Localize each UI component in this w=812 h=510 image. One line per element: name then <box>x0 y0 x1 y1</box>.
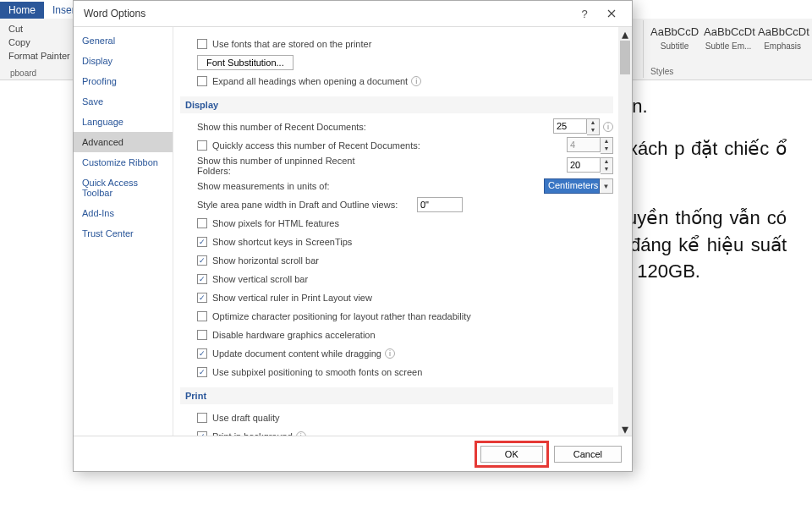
units-label: Show measurements in units of: <box>197 181 383 191</box>
recent-docs-spinner[interactable] <box>553 118 587 134</box>
scroll-down-icon[interactable]: ▾ <box>618 422 632 436</box>
draft-quality-check[interactable]: Use draft quality <box>197 413 279 423</box>
style-pane-input[interactable] <box>417 197 463 212</box>
update-drag-check[interactable]: Update document content while dragging <box>197 348 381 359</box>
options-nav: General Display Proofing Save Language A… <box>74 27 173 436</box>
nav-save[interactable]: Save <box>74 91 173 112</box>
disable-hw-check[interactable]: Disable hardware graphics acceleration <box>197 330 376 340</box>
info-icon[interactable]: i <box>296 431 306 436</box>
pixels-html-check[interactable]: Show pixels for HTML features <box>197 218 339 228</box>
styles-label: Styles <box>650 67 673 76</box>
close-button[interactable] <box>598 3 625 24</box>
display-section-head: Display <box>180 96 613 113</box>
dialog-footer: OK Cancel <box>74 436 632 471</box>
recent-folders-spinner[interactable] <box>567 157 601 173</box>
v-scroll-check[interactable]: Show vertical scroll bar <box>197 274 308 284</box>
font-substitution-button[interactable]: Font Substitution... <box>197 55 294 70</box>
nav-general[interactable]: General <box>74 30 173 51</box>
tab-home[interactable]: Home <box>0 2 44 19</box>
info-icon[interactable]: i <box>385 348 395 359</box>
nav-language[interactable]: Language <box>74 112 173 132</box>
subpixel-check[interactable]: Use subpixel positioning to smooth fonts… <box>197 367 422 377</box>
nav-customize-ribbon[interactable]: Customize Ribbon <box>74 152 173 173</box>
chevron-down-icon[interactable]: ▼ <box>600 178 613 194</box>
dialog-titlebar: Word Options ? <box>74 1 632 26</box>
shortcut-keys-check[interactable]: Show shortcut keys in ScreenTips <box>197 237 352 247</box>
word-options-dialog: Word Options ? General Display Proofing … <box>73 0 633 472</box>
ok-highlight: OK <box>475 441 549 468</box>
style-pane-label: Style area pane width in Draft and Outli… <box>197 200 417 210</box>
style-emphasis[interactable]: AaBbCcDtEmphasis <box>758 25 807 51</box>
use-fonts-printer-check[interactable]: Use fonts that are stored on the printer <box>197 39 371 49</box>
spinner-buttons[interactable]: ▲▼ <box>601 157 613 174</box>
options-content: Use fonts that are stored on the printer… <box>173 27 632 436</box>
info-icon[interactable]: i <box>411 76 421 86</box>
close-icon <box>607 9 616 18</box>
scroll-thumb[interactable] <box>620 41 630 74</box>
ok-button[interactable]: OK <box>480 446 543 463</box>
spinner-buttons: ▲▼ <box>601 137 613 154</box>
nav-proofing[interactable]: Proofing <box>74 71 173 91</box>
quick-access-check[interactable]: Quickly access this number of Recent Doc… <box>197 140 420 151</box>
h-scroll-check[interactable]: Show horizontal scroll bar <box>197 255 319 266</box>
v-ruler-check[interactable]: Show vertical ruler in Print Layout view <box>197 293 372 303</box>
nav-addins[interactable]: Add-Ins <box>74 203 173 223</box>
nav-trust-center[interactable]: Trust Center <box>74 223 173 244</box>
optimize-check[interactable]: Optimize character positioning for layou… <box>197 311 471 321</box>
nav-advanced[interactable]: Advanced <box>74 132 173 152</box>
style-subtitle[interactable]: AaBbCcDSubtitle <box>650 25 699 51</box>
scroll-up-icon[interactable]: ▴ <box>618 27 632 41</box>
help-button[interactable]: ? <box>571 3 598 24</box>
print-background-check[interactable]: Print in background <box>197 431 293 436</box>
scrollbar[interactable]: ▴ ▾ <box>618 27 632 436</box>
styles-gallery[interactable]: AaBbCcDSubtitle AaBbCcDtSubtle Em... AaB… <box>643 20 812 78</box>
nav-display[interactable]: Display <box>74 51 173 71</box>
recent-docs-label: Show this number of Recent Documents: <box>197 122 383 132</box>
recent-folders-label: Show this number of unpinned Recent Fold… <box>197 156 383 176</box>
spinner-buttons[interactable]: ▲▼ <box>587 118 600 135</box>
dialog-title: Word Options <box>84 8 145 19</box>
cancel-button[interactable]: Cancel <box>554 446 622 463</box>
info-icon[interactable]: i <box>603 122 613 132</box>
quick-access-spinner <box>567 137 601 152</box>
expand-headings-check[interactable]: Expand all headings when opening a docum… <box>197 76 408 86</box>
options-scroll-area[interactable]: Use fonts that are stored on the printer… <box>173 27 618 436</box>
units-select[interactable]: Centimeters <box>544 178 600 194</box>
style-subtle-em[interactable]: AaBbCcDtSubtle Em... <box>704 25 753 51</box>
print-section-head: Print <box>180 387 613 404</box>
clipboard-label: pboard <box>10 69 36 78</box>
nav-quick-access[interactable]: Quick Access Toolbar <box>74 173 173 203</box>
